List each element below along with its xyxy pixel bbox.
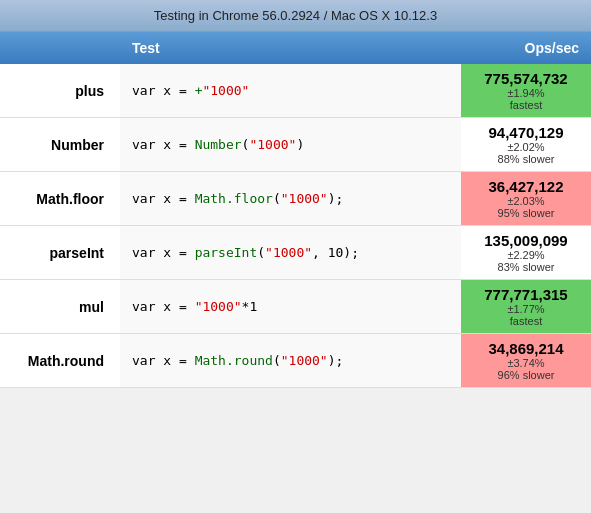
test-name-cell: Number [0, 118, 120, 172]
table-row: Math.floorvar x = Math.floor("1000");36,… [0, 172, 591, 226]
ops-number: 777,771,315 [471, 286, 581, 303]
header-test-name [0, 32, 120, 64]
ops-number: 135,009,099 [471, 232, 581, 249]
ops-number: 94,470,129 [471, 124, 581, 141]
ops-variance: ±2.02% [471, 141, 581, 153]
header-test: Test [120, 32, 461, 64]
test-name-cell: mul [0, 280, 120, 334]
benchmark-table: Test Ops/sec plusvar x = +"1000"775,574,… [0, 32, 591, 388]
ops-number: 775,574,732 [471, 70, 581, 87]
ops-cell: 135,009,099±2.29%83% slower [461, 226, 591, 280]
test-name-cell: parseInt [0, 226, 120, 280]
test-name-cell: Math.round [0, 334, 120, 388]
table-row: Numbervar x = Number("1000")94,470,129±2… [0, 118, 591, 172]
table-row: parseIntvar x = parseInt("1000", 10);135… [0, 226, 591, 280]
test-code-cell: var x = +"1000" [120, 64, 461, 118]
test-code-cell: var x = Number("1000") [120, 118, 461, 172]
test-code-cell: var x = Math.floor("1000"); [120, 172, 461, 226]
ops-status: 96% slower [471, 369, 581, 381]
ops-status: 95% slower [471, 207, 581, 219]
ops-number: 36,427,122 [471, 178, 581, 195]
ops-cell: 775,574,732±1.94%fastest [461, 64, 591, 118]
ops-status: 83% slower [471, 261, 581, 273]
table-row: Math.roundvar x = Math.round("1000");34,… [0, 334, 591, 388]
table-header-row: Test Ops/sec [0, 32, 591, 64]
ops-status: 88% slower [471, 153, 581, 165]
ops-cell: 94,470,129±2.02%88% slower [461, 118, 591, 172]
table-row: plusvar x = +"1000"775,574,732±1.94%fast… [0, 64, 591, 118]
ops-status: fastest [471, 99, 581, 111]
title-text: Testing in Chrome 56.0.2924 / Mac OS X 1… [154, 8, 437, 23]
test-code-cell: var x = parseInt("1000", 10); [120, 226, 461, 280]
ops-status: fastest [471, 315, 581, 327]
test-code-cell: var x = "1000"*1 [120, 280, 461, 334]
ops-variance: ±3.74% [471, 357, 581, 369]
header-ops: Ops/sec [461, 32, 591, 64]
ops-cell: 36,427,122±2.03%95% slower [461, 172, 591, 226]
ops-variance: ±2.29% [471, 249, 581, 261]
ops-variance: ±1.77% [471, 303, 581, 315]
table-row: mulvar x = "1000"*1777,771,315±1.77%fast… [0, 280, 591, 334]
ops-variance: ±2.03% [471, 195, 581, 207]
ops-cell: 777,771,315±1.77%fastest [461, 280, 591, 334]
test-code-cell: var x = Math.round("1000"); [120, 334, 461, 388]
title-bar: Testing in Chrome 56.0.2924 / Mac OS X 1… [0, 0, 591, 32]
test-name-cell: Math.floor [0, 172, 120, 226]
test-name-cell: plus [0, 64, 120, 118]
ops-cell: 34,869,214±3.74%96% slower [461, 334, 591, 388]
ops-number: 34,869,214 [471, 340, 581, 357]
ops-variance: ±1.94% [471, 87, 581, 99]
